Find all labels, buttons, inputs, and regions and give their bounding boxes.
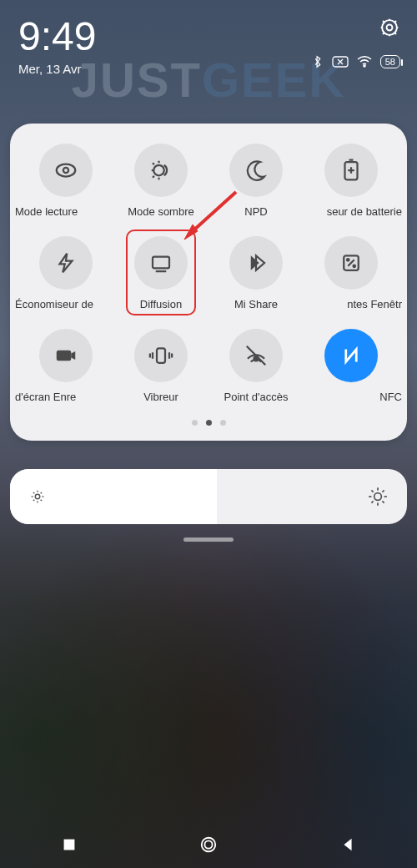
tile-label: Économiseur de [15,298,93,310]
svg-line-38 [41,500,42,501]
battery-plus-icon [324,144,378,197]
svg-line-40 [41,492,42,493]
bluetooth-icon [312,55,324,68]
quick-settings-panel: Mode lectureMode sombreNPDseur de batter… [10,124,407,441]
screen-icon [134,236,188,290]
brightness-slider[interactable] [10,469,407,524]
svg-point-51 [202,838,216,852]
tile-label: Mode lecture [15,205,78,218]
svg-line-39 [33,500,34,501]
svg-line-29 [247,346,266,366]
nfc-icon [324,329,378,382]
svg-point-21 [354,265,356,268]
nav-recent-button[interactable] [60,835,78,854]
tile-mi-share[interactable]: Mi Share [208,236,304,310]
page-indicator [18,420,399,426]
brightness-low-icon [28,487,47,506]
bolt-icon [39,236,93,290]
nav-bar [0,821,417,868]
drag-handle[interactable] [183,537,234,542]
status-icons: 58 [312,55,400,68]
wifi-icon [357,56,372,68]
svg-point-5 [63,168,68,173]
tile-label: ntes Fenêtr [347,298,402,310]
svg-line-37 [33,492,34,493]
tile-label: Vibreur [143,391,178,403]
hotspot-icon [229,329,283,382]
svg-point-41 [374,493,382,501]
sun-moon-icon [134,144,188,197]
brightness-high-icon [367,486,389,507]
eye-icon [39,144,93,197]
tile-label: Mi Share [234,298,278,310]
page-dot[interactable] [192,420,198,426]
rotation-lock-icon [332,56,349,68]
clock-time: 9:49 [18,17,96,57]
svg-point-6 [153,165,164,176]
svg-rect-50 [64,840,75,850]
page-dot[interactable] [220,420,226,426]
svg-point-3 [364,65,365,67]
svg-point-52 [204,840,212,848]
svg-line-10 [153,163,154,164]
nav-home-button[interactable] [199,835,218,854]
moon-icon [229,144,283,197]
svg-rect-23 [157,348,165,363]
tile-dnd[interactable]: NPD [208,144,304,218]
clock-date: Mer, 13 Avr [18,62,96,76]
vibrate-icon [134,329,188,382]
svg-point-20 [347,259,349,261]
gear-icon[interactable] [379,17,400,38]
tile-floating[interactable]: ntes Fenêtr [304,236,399,310]
nav-back-button[interactable] [339,835,357,854]
page-dot[interactable] [206,420,212,426]
tile-label: NPD [244,205,267,218]
svg-point-0 [387,25,393,31]
svg-point-4 [57,164,76,177]
tile-label: d'écran Enre [15,391,76,403]
tile-cast[interactable]: Diffusion [113,236,208,310]
tile-hotspot[interactable]: Point d'accès [208,329,304,403]
tile-label: Diffusion [140,298,182,310]
mishare-icon [229,236,283,290]
tile-reading-mode[interactable]: Mode lecture [18,144,113,218]
battery-indicator: 58 [380,55,400,68]
window-icon [324,236,378,290]
tile-screen-rec[interactable]: d'écran Enre [18,329,113,403]
tile-label: seur de batterie [327,205,402,218]
svg-rect-22 [57,351,72,361]
tile-label: NFC [379,391,402,403]
tile-dark-mode[interactable]: Mode sombre [113,144,208,218]
svg-line-48 [371,501,373,502]
tile-label: Point d'accès [224,391,289,403]
status-bar: 9:49 Mer, 13 Avr 58 [0,0,417,84]
tile-label: Mode sombre [128,205,193,218]
svg-rect-16 [153,257,169,269]
tile-vibrate[interactable]: Vibreur [113,329,208,403]
svg-line-49 [382,490,384,492]
svg-point-1 [382,20,397,35]
tile-nfc[interactable]: NFC [304,329,399,403]
tile-battery-saver[interactable]: seur de batterie [304,144,399,218]
svg-line-46 [371,490,373,492]
svg-line-47 [382,501,384,502]
svg-point-32 [35,494,40,499]
camera-icon [39,329,93,382]
svg-line-11 [153,176,154,178]
tile-data-saver[interactable]: Économiseur de [18,236,113,310]
